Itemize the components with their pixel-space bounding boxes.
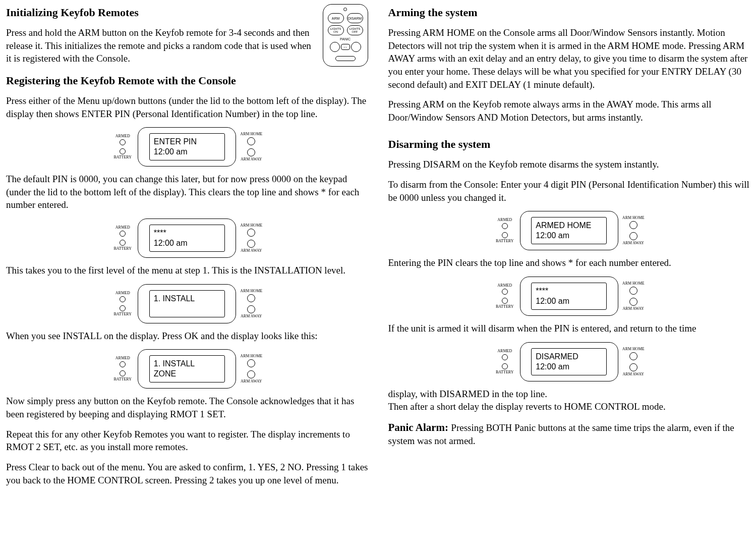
arm-away-button-icon	[247, 148, 255, 156]
label-battery: BATTERY	[113, 155, 132, 159]
remote-panic-left-button	[330, 42, 340, 52]
screen-line-1: ENTER PIN	[154, 137, 220, 147]
console-stars-right-illustration: ARMED BATTERY **** 12:00 am ARM HOME ARM…	[388, 277, 750, 316]
para-disarm-4: If the unit is armed it will disarm when…	[388, 322, 750, 335]
remote-led-icon	[343, 8, 347, 11]
heading-arming: Arming the system	[388, 6, 750, 19]
remote-disarm-button: DISARM	[347, 13, 363, 23]
header-with-remote: Initializing Keyfob Remotes Press and ho…	[6, 4, 368, 72]
console-enter-pin-illustration: ARMED BATTERY ENTER PIN 12:00 am ARM HOM…	[6, 127, 368, 167]
para-disarm-1: Pressing DISARM on the Keyfob remote dis…	[388, 158, 750, 171]
console-disarmed-illustration: ARMED BATTERY DISARMED 12:00 am ARM HOME…	[388, 342, 750, 381]
para-disarm-2: To disarm from the Console: Enter your 4…	[388, 178, 750, 204]
console-body-icon: ENTER PIN 12:00 am	[138, 127, 236, 167]
console-armed-home-illustration: ARMED BATTERY ARMED HOME 12:00 am ARM HO…	[388, 211, 750, 250]
left-column: Initializing Keyfob Remotes Press and ho…	[6, 4, 368, 486]
panic-alarm-label: Panic Alarm:	[388, 421, 451, 433]
remote-lights-on-button: LIGHTS ON	[328, 25, 344, 35]
label-arm-away: ARM AWAY	[241, 157, 262, 161]
para-register-7: Press Clear to back out of the menu. You…	[6, 461, 368, 486]
right-column: Arming the system Pressing ARM HOME on t…	[388, 4, 750, 486]
remote-lights-off-button: LIGHTS OFF	[347, 25, 363, 35]
screen-line-2: 12:00 am	[154, 147, 220, 157]
keyfob-remote-icon: ARM DISARM LIGHTS ON LIGHTS OFF PANIC ‹ …	[323, 4, 368, 67]
heading-initializing: Initializing Keyfob Remotes	[6, 6, 317, 19]
para-init: Press and hold the ARM button on the Key…	[6, 26, 317, 65]
label-armed: ARMED	[115, 134, 130, 138]
remote-panic-center-icon: ‹ ›	[341, 44, 350, 50]
remote-slot-icon	[335, 56, 356, 61]
remote-panic-right-button	[351, 42, 361, 52]
para-disarm-5: display, with DISARMED in the top line.	[388, 388, 750, 401]
remote-panic-label: PANIC	[340, 37, 351, 41]
label-arm-home: ARM HOME	[240, 132, 262, 136]
console-screen: ENTER PIN 12:00 am	[149, 133, 225, 160]
console-install-illustration: ARMED BATTERY 1. INSTALL ARM HOME ARM AW…	[6, 284, 368, 323]
heading-registering: Registering the Keyfob Remote with the C…	[6, 74, 368, 87]
para-disarm-3: Entering the PIN clears the top line and…	[388, 256, 750, 269]
para-arm-2: Pressing ARM on the Keyfob remote always…	[388, 98, 750, 124]
battery-led-icon	[120, 148, 126, 154]
para-register-1: Press either of the Menu up/down buttons…	[6, 94, 368, 120]
para-register-4: When you see INSTALL on the display. Pre…	[6, 330, 368, 343]
console-stars-illustration: ARMED BATTERY **** 12:00 am ARM HOME ARM…	[6, 218, 368, 258]
para-register-6: Repeat this for any other Keyfob Remotes…	[6, 428, 368, 454]
armed-led-icon	[120, 139, 126, 145]
para-register-3: This takes you to the first level of the…	[6, 264, 368, 277]
para-register-5: Now simply press any button on the Keyfo…	[6, 395, 368, 420]
heading-disarming: Disarming the system	[388, 138, 750, 151]
arm-home-button-icon	[247, 137, 255, 145]
para-disarm-6: Then after a short delay the display rev…	[388, 400, 750, 413]
para-arm-1: Pressing ARM HOME on the Console arms al…	[388, 26, 750, 91]
remote-arm-button: ARM	[328, 13, 344, 23]
para-panic: Panic Alarm: Pressing BOTH Panic buttons…	[388, 420, 750, 448]
para-register-2: The default PIN is 0000, you can change …	[6, 173, 368, 211]
console-install-zone-illustration: ARMED BATTERY 1. INSTALL ZONE ARM HOME A…	[6, 349, 368, 389]
page: Initializing Keyfob Remotes Press and ho…	[0, 0, 756, 499]
